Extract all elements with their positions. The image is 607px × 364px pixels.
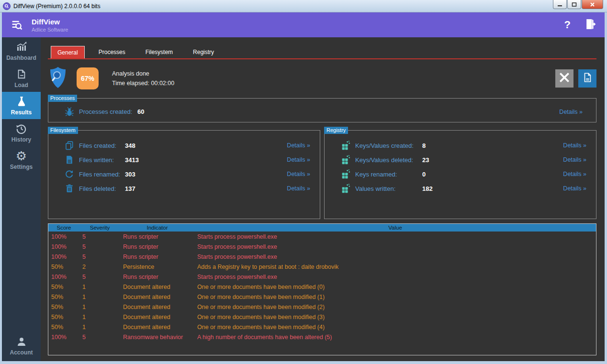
details-link-keys-created[interactable]: Details » xyxy=(563,142,586,149)
stat-value: 60 xyxy=(137,108,144,115)
stat-label: Keys renamed: xyxy=(355,171,422,178)
report-button[interactable] xyxy=(578,69,596,88)
table-row[interactable]: 50% 1 Document altered One or more docum… xyxy=(48,282,596,292)
main-area: Dashboard Load Results xyxy=(2,37,605,361)
header-actions: ? xyxy=(564,18,596,32)
status-line1: Analysis done xyxy=(112,69,174,78)
close-icon xyxy=(558,71,571,86)
brand-block: DiffView Adlice Software xyxy=(32,18,68,33)
tab-processes[interactable]: Processes xyxy=(92,46,132,58)
window-controls xyxy=(552,0,603,9)
stat-label: Keys/Values deleted: xyxy=(355,156,422,164)
sidebar-item-load[interactable]: Load xyxy=(2,65,41,92)
registry-icon xyxy=(340,169,351,179)
history-icon xyxy=(15,122,27,135)
shield-search-icon xyxy=(48,66,68,90)
stat-label: Files deleted: xyxy=(79,185,125,192)
column-header-value: Value xyxy=(194,225,596,231)
details-link-files-deleted[interactable]: Details » xyxy=(287,185,310,192)
tab-general[interactable]: General xyxy=(51,46,85,58)
cancel-button[interactable] xyxy=(555,69,573,88)
details-link-processes-created[interactable]: Details » xyxy=(559,109,583,115)
stat-value: 3413 xyxy=(125,156,139,164)
bug-icon xyxy=(64,107,75,117)
stat-label: Processes created: xyxy=(79,108,137,115)
cell-indicator: Document altered xyxy=(120,324,194,331)
details-link-files-written[interactable]: Details » xyxy=(287,156,310,163)
cell-score: 50% xyxy=(48,324,79,331)
app-window: DiffView (Premium) 2.0.0.0 64 bits DiffV… xyxy=(0,0,607,364)
cell-value: Starts process powershell.exe xyxy=(194,254,596,260)
registry-icon xyxy=(340,183,351,194)
sidebar-item-dashboard[interactable]: Dashboard xyxy=(2,37,41,65)
sidebar-item-history[interactable]: History xyxy=(2,119,41,146)
cell-score: 50% xyxy=(48,304,79,310)
stat-value: 348 xyxy=(125,142,135,149)
cell-score: 100% xyxy=(48,233,79,240)
sidebar-item-results[interactable]: Results xyxy=(2,92,41,119)
titlebar-left: DiffView (Premium) 2.0.0.0 64 bits xyxy=(3,0,101,12)
cell-indicator: Runs scripter xyxy=(120,254,194,260)
table-row[interactable]: 100% 5 Runs scripter Starts process powe… xyxy=(48,272,596,282)
close-button[interactable] xyxy=(582,0,603,9)
cell-value: Starts process powershell.exe xyxy=(194,274,596,280)
sidebar-item-label: Load xyxy=(14,82,28,88)
tab-registry[interactable]: Registry xyxy=(187,46,220,58)
help-icon[interactable]: ? xyxy=(564,20,571,30)
details-link-keys-deleted[interactable]: Details » xyxy=(563,156,586,163)
sidebar-item-label: History xyxy=(11,136,31,143)
cell-value: A high number of documents have been alt… xyxy=(194,334,596,341)
stat-label: Values written: xyxy=(355,185,422,192)
stat-label: Files renamed: xyxy=(79,171,125,178)
cell-score: 100% xyxy=(48,334,79,341)
sidebar-item-account[interactable]: Account xyxy=(2,332,41,359)
stat-row: Files created: 348 Details » xyxy=(64,138,310,153)
registry-group-tag: Registry xyxy=(324,127,348,134)
details-link-files-renamed[interactable]: Details » xyxy=(287,171,310,177)
details-link-keys-renamed[interactable]: Details » xyxy=(563,171,586,177)
processes-groupbox: Processes Processes created: 60 Details … xyxy=(48,98,596,122)
cell-value: One or more documents have been modified… xyxy=(194,304,596,310)
table-row[interactable]: 100% 5 Ransomware behavior A high number… xyxy=(48,332,596,342)
details-link-files-created[interactable]: Details » xyxy=(287,142,310,149)
exit-icon[interactable] xyxy=(584,18,596,32)
stat-row: Keys/Values deleted: 23 Details » xyxy=(340,153,586,167)
table-row[interactable]: 50% 1 Document altered One or more docum… xyxy=(48,312,596,322)
column-header-score: Score xyxy=(48,225,79,231)
stat-label: Files created: xyxy=(79,142,125,149)
cell-severity: 5 xyxy=(79,254,120,260)
cell-score: 50% xyxy=(48,284,79,290)
cell-value: One or more documents have been modified… xyxy=(194,294,596,300)
table-row[interactable]: 50% 1 Document altered One or more docum… xyxy=(48,302,596,312)
app-header: DiffView Adlice Software ? xyxy=(2,12,605,37)
chart-icon xyxy=(15,41,28,53)
cell-value: Starts process powershell.exe xyxy=(194,233,596,240)
table-row[interactable]: 100% 5 Runs scripter Starts process powe… xyxy=(48,242,596,252)
cell-severity: 1 xyxy=(79,294,120,300)
stat-value: 303 xyxy=(125,171,135,178)
cell-severity: 1 xyxy=(79,324,120,331)
tab-filesystem[interactable]: Filesystem xyxy=(139,46,179,58)
maximize-button[interactable] xyxy=(567,0,581,9)
cell-score: 50% xyxy=(48,264,79,270)
sidebar-item-label: Dashboard xyxy=(6,55,36,61)
details-link-values-written[interactable]: Details » xyxy=(563,185,586,192)
table-row[interactable]: 50% 1 Document altered One or more docum… xyxy=(48,292,596,302)
cell-score: 100% xyxy=(48,274,79,280)
sidebar-item-settings[interactable]: ⚙ Settings xyxy=(2,146,41,174)
gear-icon: ⚙ xyxy=(16,150,27,162)
table-row[interactable]: 100% 5 Runs scripter Starts process powe… xyxy=(48,232,596,242)
person-icon xyxy=(16,335,27,348)
os-titlebar: DiffView (Premium) 2.0.0.0 64 bits xyxy=(0,0,607,12)
table-row[interactable]: 100% 5 Runs scripter Starts process powe… xyxy=(48,252,596,262)
cell-severity: 5 xyxy=(79,274,120,280)
table-row[interactable]: 50% 1 Document altered One or more docum… xyxy=(48,322,596,332)
cell-indicator: Ransomware behavior xyxy=(120,334,194,341)
minimize-button[interactable] xyxy=(553,0,567,9)
stat-value: 8 xyxy=(422,142,426,149)
table-row[interactable]: 50% 2 Persistence Adds a Registry key to… xyxy=(48,262,596,272)
list-search-icon[interactable] xyxy=(9,17,25,33)
sidebar-item-label: Results xyxy=(11,109,32,116)
groups-row: Filesystem Files created: 348 Details » xyxy=(48,130,596,219)
tab-bar: General Processes Filesystem Registry xyxy=(48,46,596,59)
